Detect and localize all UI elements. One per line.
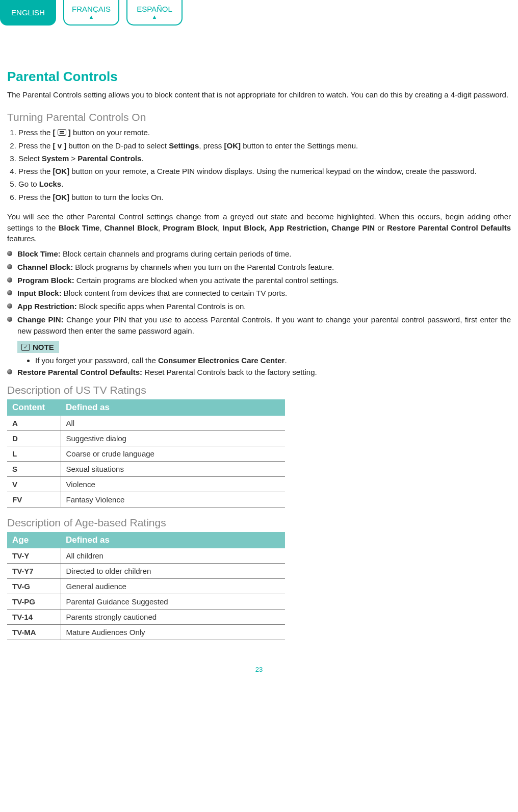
tab-francais[interactable]: FRANÇAIS ▲ <box>63 0 119 26</box>
table-row: TV-MAMature Audiences Only <box>7 625 285 640</box>
note-item: If you forget your password, call the Co… <box>35 356 511 365</box>
note-label: NOTE <box>33 343 54 351</box>
table-header: Defined as <box>61 532 285 548</box>
table-cell-def: Violence <box>61 477 285 492</box>
table-header: Age <box>7 532 61 548</box>
page-content: Parental Controls The Parental Controls … <box>0 26 518 673</box>
age-ratings-table: Age Defined as TV-YAll childrenTV-Y7Dire… <box>7 532 285 640</box>
restore-item: Restore Parental Control Defaults: Reset… <box>7 367 511 378</box>
table-cell-code: TV-G <box>7 579 61 594</box>
table-cell-def: Parental Guidance Suggested <box>61 594 285 610</box>
table-cell-code: S <box>7 462 61 477</box>
table-cell-def: General audience <box>61 579 285 594</box>
table-cell-def: Directed to older children <box>61 564 285 579</box>
post-steps-text: You will see the other Parental Control … <box>7 211 511 244</box>
step-item: Press the [OK] button on your remote, a … <box>18 165 511 177</box>
table-cell-def: Mature Audiences Only <box>61 625 285 640</box>
table-cell-code: TV-MA <box>7 625 61 640</box>
section-heading-age-ratings: Description of Age-based Ratings <box>7 517 511 529</box>
table-cell-def: Coarse or crude language <box>61 446 285 462</box>
feature-item: Channel Block: Block programs by channel… <box>7 262 511 273</box>
step-item: Select System > Parental Controls. <box>18 153 511 164</box>
table-cell-def: Sexual situations <box>61 462 285 477</box>
table-cell-code: TV-Y <box>7 548 61 564</box>
table-cell-def: All children <box>61 548 285 564</box>
remote-menu-icon <box>58 129 66 136</box>
step-item: Press the [ ] button on your remote. <box>18 126 511 138</box>
table-header: Defined as <box>61 399 285 416</box>
step-item: Go to Locks. <box>18 178 511 190</box>
tab-label: ENGLISH <box>11 8 45 17</box>
table-cell-code: D <box>7 431 61 446</box>
note-list: If you forget your password, call the Co… <box>7 356 511 365</box>
tab-label: ESPAÑOL <box>137 5 172 13</box>
table-row: LCoarse or crude language <box>7 446 285 462</box>
step-item: Press the [ v ] button on the D-pad to s… <box>18 140 511 151</box>
table-cell-def: Parents strongly cautioned <box>61 610 285 625</box>
page-title: Parental Controls <box>7 69 511 85</box>
table-cell-def: All <box>61 416 285 431</box>
table-row: TV-14Parents strongly cautioned <box>7 610 285 625</box>
section-heading-us-ratings: Description of US TV Ratings <box>7 384 511 396</box>
table-cell-code: FV <box>7 492 61 508</box>
page-number: 23 <box>7 666 511 673</box>
tab-english[interactable]: ENGLISH <box>0 0 56 26</box>
note-check-icon: ✓ <box>21 344 30 351</box>
steps-list: Press the [ ] button on your remote.Pres… <box>7 126 511 203</box>
table-row: AAll <box>7 416 285 431</box>
feature-item: Program Block: Certain programs are bloc… <box>7 275 511 286</box>
feature-item: Change PIN: Change your PIN that you use… <box>7 314 511 337</box>
table-cell-code: L <box>7 446 61 462</box>
table-cell-code: TV-Y7 <box>7 564 61 579</box>
section-heading-turn-on: Turning Parental Controls On <box>7 111 511 123</box>
table-row: TV-Y7Directed to older children <box>7 564 285 579</box>
intro-text: The Parental Controls setting allows you… <box>7 90 511 100</box>
table-cell-code: A <box>7 416 61 431</box>
chevron-up-icon: ▲ <box>89 14 94 20</box>
language-tabs: ENGLISH FRANÇAIS ▲ ESPAÑOL ▲ <box>0 0 518 26</box>
table-cell-def: Fantasy Violence <box>61 492 285 508</box>
table-row: VViolence <box>7 477 285 492</box>
step-item: Press the [OK] button to turn the locks … <box>18 191 511 203</box>
features-list: Block Time: Block certain channels and p… <box>7 248 511 336</box>
table-cell-def: Suggestive dialog <box>61 431 285 446</box>
tab-label: FRANÇAIS <box>72 5 111 13</box>
table-cell-code: TV-PG <box>7 594 61 610</box>
tab-espanol[interactable]: ESPAÑOL ▲ <box>126 0 183 26</box>
feature-item: Input Block: Block content from devices … <box>7 288 511 299</box>
feature-item: App Restriction: Block specific apps whe… <box>7 301 511 312</box>
table-cell-code: V <box>7 477 61 492</box>
table-row: SSexual situations <box>7 462 285 477</box>
chevron-up-icon: ▲ <box>152 14 158 20</box>
table-header: Content <box>7 399 61 416</box>
table-row: FVFantasy Violence <box>7 492 285 508</box>
table-row: TV-GGeneral audience <box>7 579 285 594</box>
note-box: ✓ NOTE <box>17 341 59 353</box>
us-ratings-table: Content Defined as AAllDSuggestive dialo… <box>7 399 285 508</box>
table-row: TV-PGParental Guidance Suggested <box>7 594 285 610</box>
table-row: DSuggestive dialog <box>7 431 285 446</box>
table-cell-code: TV-14 <box>7 610 61 625</box>
feature-item: Block Time: Block certain channels and p… <box>7 248 511 260</box>
table-row: TV-YAll children <box>7 548 285 564</box>
restore-list: Restore Parental Control Defaults: Reset… <box>7 367 511 378</box>
